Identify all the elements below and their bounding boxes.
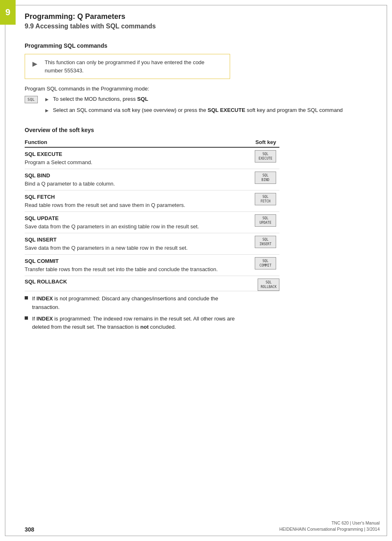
func-name-bind: SQL BIND [25,172,240,180]
func-name-fetch: SQL FETCH [25,193,240,201]
softkey-btn-execute: SQLEXECUTE [255,150,276,163]
softkey-btn-insert: SQLINSERT [255,236,276,248]
func-cell-update: SQL UPDATE Save data from the Q paramete… [25,212,243,233]
table-row: SQL UPDATE Save data from the Q paramete… [25,212,279,233]
bullet-item-1: ► To select the MOD functions, press SQL [44,95,343,104]
func-desc-update: Save data from the Q parameters in an ex… [25,223,240,231]
rollback-bullet-2: If INDEX is programmed: The indexed row … [25,315,247,331]
chapter-number: 9 [5,7,10,18]
overview-table: Function Soft key SQL EXECUTE Program a … [25,137,279,276]
chapter-tab: 9 [0,0,16,25]
main-content: Programming: Q Parameters 9.9 Accessing … [25,0,380,359]
func-desc-execute: Program a Select command. [25,158,240,167]
bullet-item-2: ► Select an SQL command via soft key (se… [44,106,343,115]
softkey-cell-commit: SQLCOMMIT [243,255,279,276]
page-border-left [5,5,5,536]
col-header-softkey: Soft key [243,137,279,147]
softkey-btn-rollback: SQLROLLBACK [258,279,279,291]
softkey-btn-commit: SQLCOMMIT [255,257,276,269]
rollback-bullet-text-1: If INDEX is not programmed: Discard any … [32,295,247,311]
page-border-right [387,5,387,536]
sub-title: 9.9 Accessing tables with SQL commands [25,23,380,30]
footer-right: TNC 620 | User's Manual HEIDENHAIN Conve… [279,520,380,533]
func-cell-bind: SQL BIND Bind a Q parameter to a table c… [25,169,243,190]
table-row: SQL FETCH Read table rows from the resul… [25,190,279,212]
sql-key-button: SQL [25,96,38,103]
softkey-cell-fetch: SQLFETCH [243,190,279,212]
func-desc-fetch: Read table rows from the result set and … [25,201,240,209]
rollback-bullets: If INDEX is not programmed: Discard any … [25,295,247,331]
overview-heading: Overview of the soft keys [25,127,380,133]
func-name-insert: SQL INSERT [25,236,240,244]
footer-line1: TNC 620 | User's Manual [279,520,380,527]
func-cell-insert: SQL INSERT Save data from the Q paramete… [25,233,243,255]
softkey-btn-update: SQLUPDATE [255,214,276,227]
func-name-update: SQL UPDATE [25,214,240,223]
func-name-execute: SQL EXECUTE [25,150,240,158]
func-desc-bind: Bind a Q parameter to a table column. [25,180,240,188]
square-bullet-icon-1 [25,296,28,300]
table-row: SQL BIND Bind a Q parameter to a table c… [25,169,279,190]
softkey-cell-execute: SQLEXECUTE [243,147,279,169]
bullet-arrow-2: ► [44,107,50,115]
table-row: SQL COMMIT Transfer table rows from the … [25,255,279,276]
bullet-list: ► To select the MOD functions, press SQL… [44,95,343,117]
rollback-bullet-1: If INDEX is not programmed: Discard any … [25,295,247,311]
page-border-bottom [5,536,387,536]
rollback-bullet-text-2: If INDEX is programmed: The indexed row … [32,315,247,331]
func-desc-commit: Transfer table rows from the result set … [25,265,240,274]
table-row: SQL EXECUTE Program a Select command. SQ… [25,147,279,169]
footer-line2: HEIDENHAIN Conversational Programming | … [279,526,380,533]
softkey-cell-update: SQLUPDATE [243,212,279,233]
bullet-arrow-1: ► [44,95,50,104]
square-bullet-icon-2 [25,316,28,320]
rollback-row: SQL ROLLBACK SQLROLLBACK [25,276,279,291]
prog-mode-intro: Program SQL commands in the Programming … [25,86,380,92]
softkey-cell-insert: SQLINSERT [243,233,279,255]
table-header-row: Function Soft key [25,137,279,147]
func-name-rollback: SQL ROLLBACK [25,279,247,285]
notice-text: This function can only be programmed if … [45,58,224,74]
page-border-top [5,5,387,5]
section-heading: Programming SQL commands [25,42,380,49]
bullet-text-1: To select the MOD functions, press SQL [53,95,148,103]
notice-box: ► This function can only be programmed i… [25,54,230,79]
softkey-btn-fetch: SQLFETCH [255,193,276,205]
bullet-text-2: Select an SQL command via soft key (see … [53,106,343,114]
func-desc-insert: Save data from the Q parameters in a new… [25,244,240,252]
notice-arrow-icon: ► [31,59,39,69]
main-title: Programming: Q Parameters [25,12,380,21]
softkey-cell-rollback: SQLROLLBACK [247,279,279,291]
softkey-btn-bind: SQLBIND [255,172,276,184]
page-number: 308 [25,526,34,533]
rollback-func: SQL ROLLBACK [25,279,247,285]
softkey-cell-bind: SQLBIND [243,169,279,190]
col-header-function: Function [25,137,243,147]
func-cell-commit: SQL COMMIT Transfer table rows from the … [25,255,243,276]
prog-sql-row: SQL ► To select the MOD functions, press… [25,95,380,117]
footer: 308 TNC 620 | User's Manual HEIDENHAIN C… [25,520,380,533]
func-name-commit: SQL COMMIT [25,257,240,265]
table-row: SQL INSERT Save data from the Q paramete… [25,233,279,255]
func-cell-execute: SQL EXECUTE Program a Select command. [25,147,243,169]
func-cell-fetch: SQL FETCH Read table rows from the resul… [25,190,243,212]
